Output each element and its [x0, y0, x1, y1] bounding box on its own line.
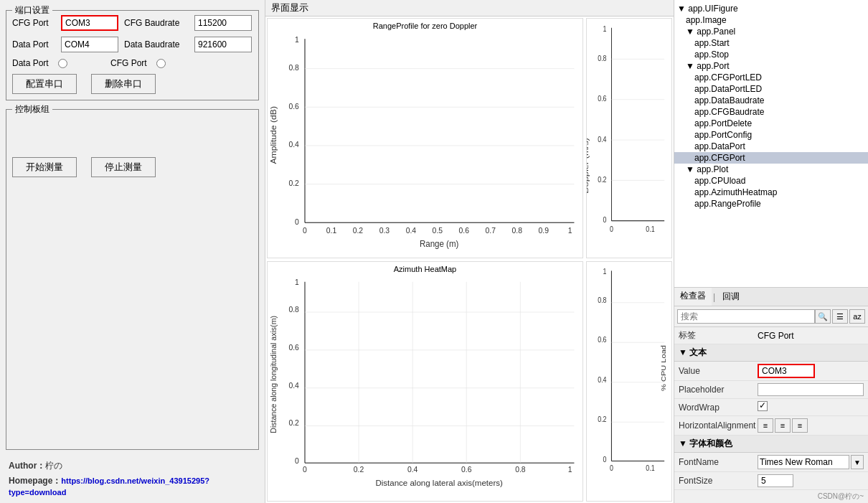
- tree-item-0[interactable]: ▼ app.UIFigure: [674, 3, 868, 14]
- align-center-button[interactable]: ≡: [775, 418, 791, 433]
- tree-item-7[interactable]: app.DataPortLED: [674, 83, 868, 95]
- value-input[interactable]: [758, 364, 815, 378]
- port-btn-row: 配置串口 删除串口: [12, 74, 253, 94]
- tree-item-5[interactable]: ▼ app.Port: [674, 60, 868, 72]
- search-row: 🔍 ☰ az: [674, 306, 868, 327]
- charts-area: RangeProfile for zero Doppler 0 0.2 0.4 …: [265, 17, 674, 503]
- tree-item-label-10: app.PortDelete: [694, 118, 752, 128]
- svg-text:0: 0: [603, 455, 607, 464]
- tree-item-11[interactable]: app.PortConfig: [674, 129, 868, 141]
- svg-text:0.4: 0.4: [406, 226, 416, 235]
- svg-text:0.8: 0.8: [288, 63, 298, 72]
- align-right-button[interactable]: ≡: [792, 418, 808, 433]
- align-left-button[interactable]: ≡: [758, 418, 773, 433]
- svg-text:0.4: 0.4: [407, 466, 418, 474]
- fontname-dropdown-button[interactable]: ▼: [851, 455, 864, 469]
- tree-item-14[interactable]: ▼ app.Plot: [674, 164, 868, 175]
- sort-button[interactable]: az: [849, 309, 865, 324]
- inspector-search-input[interactable]: [677, 309, 815, 324]
- chart-row-top: RangeProfile for zero Doppler 0 0.2 0.4 …: [265, 17, 674, 260]
- cfg-port-input[interactable]: [61, 15, 118, 31]
- svg-text:0.4: 0.4: [288, 140, 298, 149]
- chart2-svg: 0 0.2 0.4 0.6 0.8 1 0 0.2 0.4 0.6 0.8 1 …: [268, 273, 582, 501]
- author-label: Author：: [9, 461, 45, 471]
- tree-item-label-7: app.DataPortLED: [694, 84, 762, 94]
- delete-port-button[interactable]: 删除串口: [91, 74, 156, 94]
- search-button[interactable]: 🔍: [815, 309, 831, 324]
- port-settings-section: 端口设置 CFG Port CFG Baudrate Data Port Dat…: [6, 10, 259, 100]
- svg-text:0.8: 0.8: [515, 466, 526, 474]
- tree-item-17[interactable]: app.RangeProfile: [674, 198, 868, 210]
- fontsize-input-wrapper: [758, 474, 864, 487]
- tree-item-13[interactable]: app.CFGPort: [674, 152, 868, 164]
- svg-text:1: 1: [568, 466, 572, 474]
- svg-text:% CPU Load: % CPU Load: [660, 345, 667, 391]
- cfg-port-label: CFG Port: [12, 18, 55, 28]
- halign-btns: ≡ ≡ ≡: [758, 418, 864, 433]
- svg-text:0.6: 0.6: [288, 101, 298, 110]
- cfg-baudrate-input[interactable]: [194, 15, 252, 31]
- tree-item-1[interactable]: app.Image: [674, 14, 868, 26]
- svg-text:1: 1: [295, 35, 299, 44]
- tree-item-15[interactable]: app.CPUload: [674, 175, 868, 187]
- mid-panel: 界面显示 RangeProfile for zero Doppler 0 0.2…: [265, 0, 674, 503]
- inspector-tab-callback[interactable]: 回调: [717, 288, 745, 305]
- svg-text:1: 1: [568, 226, 572, 235]
- tree-item-label-4: app.Stop: [694, 50, 729, 60]
- tree-item-label-16: app.AzimuthHeatmap: [694, 187, 777, 197]
- cfg-port-radio-item: CFG Port: [110, 58, 166, 68]
- chart4-container: 0 0.2 0.4 0.6 0.8 1 0 0.1 % CPU Load: [586, 261, 672, 502]
- tree-item-label-8: app.DataBaudrate: [694, 95, 764, 105]
- tree-item-2[interactable]: ▼ app.Panel: [674, 26, 868, 37]
- placeholder-input[interactable]: [758, 383, 864, 396]
- font-section-header[interactable]: ▼ 字体和颜色: [674, 436, 868, 453]
- stop-measure-button[interactable]: 停止测量: [91, 157, 156, 177]
- svg-text:0.8: 0.8: [288, 306, 299, 314]
- cfg-baudrate-label: CFG Baudrate: [124, 18, 189, 28]
- svg-text:0.6: 0.6: [461, 466, 472, 474]
- svg-text:Doppler (m/s): Doppler (m/s): [587, 138, 590, 194]
- tree-item-10[interactable]: app.PortDelete: [674, 118, 868, 129]
- tree-item-16[interactable]: app.AzimuthHeatmap: [674, 187, 868, 198]
- svg-text:0.3: 0.3: [379, 226, 390, 235]
- svg-text:0.1: 0.1: [326, 226, 336, 235]
- svg-text:Range (m): Range (m): [420, 239, 459, 249]
- svg-text:0.2: 0.2: [598, 175, 607, 184]
- tree-item-label-1: app.Image: [686, 15, 727, 25]
- inspector-tab-checker[interactable]: 检查器: [674, 288, 712, 306]
- control-section-title: 控制板组: [12, 103, 52, 116]
- fontsize-input[interactable]: [758, 474, 793, 487]
- data-port-input[interactable]: [61, 37, 118, 52]
- tree-item-8[interactable]: app.DataBaudrate: [674, 95, 868, 106]
- tree-item-9[interactable]: app.CFGBaudrate: [674, 106, 868, 118]
- config-port-button[interactable]: 配置串口: [12, 74, 77, 94]
- svg-text:0: 0: [303, 466, 307, 474]
- author-line: Author：柠の: [9, 460, 256, 472]
- tree-area: ▼ app.UIFigure app.Image ▼ app.Panel app…: [674, 0, 868, 288]
- svg-text:0.6: 0.6: [598, 94, 607, 103]
- tag-label: 标签: [679, 329, 758, 342]
- svg-text:0: 0: [303, 226, 307, 235]
- text-section-header[interactable]: ▼ 文本: [674, 344, 868, 362]
- homepage-line: Homepage：https://blog.csdn.net/weixin_43…: [9, 475, 256, 497]
- fontsize-row: FontSize: [674, 472, 868, 490]
- tree-item-6[interactable]: app.CFGPortLED: [674, 72, 868, 83]
- data-port-radio-label: Data Port: [12, 58, 55, 68]
- wordwrap-checkbox[interactable]: [758, 401, 768, 411]
- chart1-container: RangeProfile for zero Doppler 0 0.2 0.4 …: [267, 18, 583, 258]
- data-port-radio-item: Data Port: [12, 58, 67, 68]
- svg-text:0.8: 0.8: [598, 296, 607, 304]
- start-measure-button[interactable]: 开始测量: [12, 157, 77, 177]
- svg-text:0: 0: [295, 457, 299, 465]
- tree-item-12[interactable]: app.DataPort: [674, 141, 868, 152]
- list-view-button[interactable]: ☰: [832, 309, 848, 324]
- fontname-input[interactable]: [758, 455, 849, 469]
- tree-item-4[interactable]: app.Stop: [674, 49, 868, 60]
- data-port-radio[interactable]: [58, 59, 67, 68]
- tree-item-label-5: ▼ app.Port: [686, 61, 730, 71]
- tree-item-3[interactable]: app.Start: [674, 37, 868, 49]
- control-section: 控制板组 开始测量 停止测量: [6, 109, 259, 450]
- fontsize-label: FontSize: [679, 476, 758, 486]
- cfg-port-radio[interactable]: [156, 59, 166, 68]
- data-baudrate-input[interactable]: [194, 37, 252, 52]
